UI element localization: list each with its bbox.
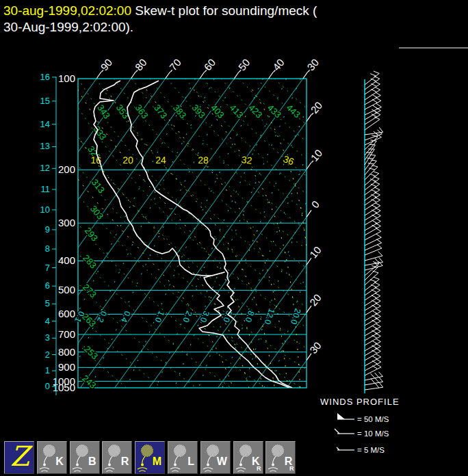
svg-text:7: 7 [45, 263, 50, 273]
svg-text:-90: -90 [96, 57, 114, 76]
svg-text:1: 1 [45, 365, 50, 375]
svg-text:14: 14 [40, 119, 50, 129]
svg-text:100: 100 [58, 72, 75, 84]
svg-text:273: 273 [81, 282, 99, 300]
svg-text:12.0: 12.0 [263, 307, 277, 326]
svg-text:10: 10 [40, 204, 50, 215]
svg-text:200: 200 [58, 163, 75, 175]
svg-text:-30: -30 [302, 57, 321, 76]
svg-text:16: 16 [40, 72, 50, 82]
top-temp-labels: -90-80-70-60-50-40-30 [96, 57, 321, 79]
height-axis: 012345678910111213141516 [40, 72, 56, 395]
svg-text:5: 5 [45, 298, 50, 308]
toolbar-button-sublabel: R [289, 466, 294, 472]
svg-text:8.0: 8.0 [243, 310, 256, 324]
svg-text:-70: -70 [165, 57, 183, 76]
toolbar-button-b[interactable]: B [70, 441, 100, 474]
mixing-ratio-labels: 0.10.20.41.02.03.05.08.012.020.0 [73, 307, 302, 326]
svg-text:413: 413 [228, 103, 246, 120]
svg-text:293: 293 [83, 226, 101, 243]
svg-text:403: 403 [209, 103, 226, 120]
svg-text:393: 393 [190, 103, 207, 120]
svg-text:20.0: 20.0 [289, 307, 302, 326]
svg-text:800: 800 [58, 346, 75, 358]
svg-text:0.4: 0.4 [119, 310, 133, 324]
svg-text:3.0: 3.0 [198, 310, 211, 324]
svg-text:28: 28 [198, 155, 209, 166]
plot-field [0, 79, 468, 388]
toolbar-button-r[interactable]: R [102, 441, 132, 474]
svg-text:30: 30 [307, 340, 324, 356]
svg-text:283: 283 [81, 252, 99, 270]
svg-text:12: 12 [40, 163, 50, 173]
z-logo-icon: Z [5, 440, 34, 472]
svg-text:-80: -80 [131, 57, 149, 76]
svg-text:4: 4 [45, 316, 50, 326]
toolbar-button-label: B [88, 456, 96, 467]
toolbar-button-label: R [121, 456, 129, 467]
toolbar-button-label: K [55, 456, 64, 467]
svg-text:303: 303 [88, 203, 105, 221]
toolbar-button-z-logo[interactable]: Z [4, 441, 34, 474]
svg-text:443: 443 [285, 103, 302, 120]
svg-text:5.0: 5.0 [221, 310, 234, 324]
svg-text:-50: -50 [234, 57, 252, 76]
toolbar-button-label: W [217, 456, 227, 467]
svg-text:1.0: 1.0 [153, 310, 167, 324]
svg-text:400: 400 [58, 254, 75, 266]
toolbar: ZKBRMLWKRRR [0, 440, 468, 476]
svg-text:WINDS PROFILE: WINDS PROFILE [320, 397, 400, 407]
svg-text:24: 24 [155, 155, 166, 166]
svg-text:20: 20 [307, 292, 324, 308]
svg-text:700: 700 [58, 328, 75, 340]
toolbar-button-k[interactable]: K [37, 441, 67, 474]
isobar-lines [78, 170, 307, 381]
svg-text:500: 500 [58, 284, 75, 295]
svg-text:-20: -20 [306, 99, 324, 118]
svg-text:300: 300 [58, 217, 75, 228]
svg-text:433: 433 [265, 103, 283, 120]
svg-text:373: 373 [152, 103, 169, 120]
toolbar-button-k-r[interactable]: KR [233, 441, 263, 474]
svg-text:15: 15 [40, 96, 50, 106]
toolbar-button-label: M [153, 456, 161, 467]
wind-profile [365, 71, 383, 393]
toolbar-button-l[interactable]: L [168, 441, 198, 474]
svg-text:10: 10 [307, 244, 324, 261]
svg-text:343: 343 [95, 103, 112, 120]
moist-adiabat-labels: 162024283236 [90, 153, 296, 168]
plot-border [78, 79, 307, 388]
svg-text:-10: -10 [306, 147, 324, 166]
svg-text:13: 13 [40, 141, 50, 151]
moist-adiabat-lines [23, 90, 377, 388]
svg-text:3: 3 [45, 332, 50, 343]
dry-adiabat-lines [0, 79, 468, 388]
svg-text:32: 32 [241, 154, 253, 166]
svg-text:6: 6 [45, 280, 50, 291]
svg-text:900: 900 [58, 361, 75, 373]
svg-text:600: 600 [58, 308, 75, 319]
toolbar-button-label: L [187, 456, 194, 467]
toolbar-button-sublabel: R [257, 466, 261, 472]
svg-text:20: 20 [122, 155, 133, 166]
svg-text:-40: -40 [268, 57, 287, 76]
isotherm-lines [0, 79, 468, 388]
svg-text:9: 9 [45, 224, 50, 235]
svg-text:383: 383 [171, 103, 188, 120]
sounding-traces [94, 81, 292, 388]
toolbar-button-m[interactable]: M [135, 441, 165, 474]
skewt-chart: 1002003004005006007008009001000105001234… [0, 0, 468, 476]
svg-text:= 50 M/S: = 50 M/S [357, 415, 389, 423]
svg-text:0: 0 [45, 381, 50, 391]
svg-text:8: 8 [45, 243, 50, 254]
toolbar-button-r-r[interactable]: RR [265, 441, 296, 474]
right-temp-labels: -20-100102030 [306, 99, 324, 360]
svg-text:= 10 M/S: = 10 M/S [357, 429, 389, 438]
svg-text:363: 363 [133, 103, 151, 120]
svg-text:253: 253 [82, 344, 100, 362]
svg-text:0: 0 [309, 198, 322, 210]
svg-text:2: 2 [45, 349, 50, 360]
svg-text:2.0: 2.0 [181, 310, 194, 324]
svg-text:11: 11 [41, 184, 51, 194]
toolbar-button-w[interactable]: W [200, 441, 231, 474]
